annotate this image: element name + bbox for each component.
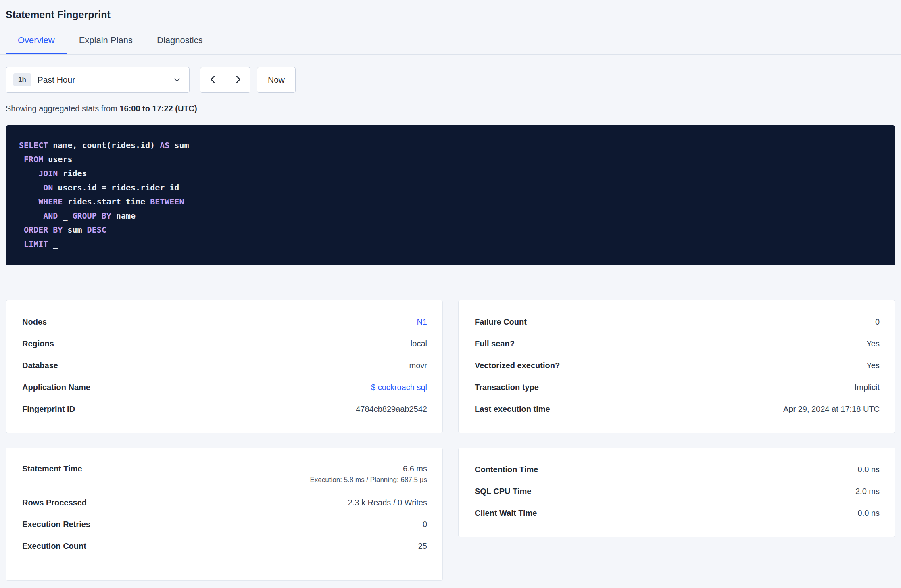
row-value: 25 xyxy=(418,542,427,551)
row-value-stack: $ cockroach sql xyxy=(371,383,427,392)
row-value-stack: N1 xyxy=(417,317,427,327)
row-value-stack: local xyxy=(411,339,427,348)
sql-line: ON users.id = rides.rider_id xyxy=(19,181,882,195)
sql-line: SELECT name, count(rides.id) AS sum xyxy=(19,138,882,152)
row-label: Execution Count xyxy=(22,542,86,551)
row-value: 4784cb829aab2542 xyxy=(356,405,427,414)
row-value-stack: 2.0 ms xyxy=(855,487,880,496)
row-label: Statement Time xyxy=(22,464,82,473)
statement-timing-card: Statement Time6.6 msExecution: 5.8 ms / … xyxy=(6,448,443,581)
card-row: Regionslocal xyxy=(22,333,427,354)
row-value: 0.0 ns xyxy=(858,509,880,518)
statement-fingerprint-page: Statement Fingerprint OverviewExplain Pl… xyxy=(0,9,901,581)
card-row: Full scan?Yes xyxy=(475,333,880,354)
page-title: Statement Fingerprint xyxy=(6,9,895,21)
row-value: local xyxy=(411,339,427,348)
row-label: Full scan? xyxy=(475,339,515,348)
execution-attributes-card: Failure Count0Full scan?YesVectorized ex… xyxy=(458,300,895,433)
time-range-badge: 1h xyxy=(13,73,31,86)
stats-cards-grid: NodesN1RegionslocalDatabasemovrApplicati… xyxy=(6,300,895,581)
card-row: Failure Count0 xyxy=(475,311,880,333)
row-value-stack: 2.3 k Reads / 0 Writes xyxy=(348,498,427,507)
row-label: Contention Time xyxy=(475,465,538,474)
row-value-stack: Implicit xyxy=(855,383,880,392)
time-controls: 1h Past Hour Now xyxy=(6,67,895,93)
next-range-button[interactable] xyxy=(225,67,250,93)
row-value: Implicit xyxy=(855,383,880,392)
row-label: Application Name xyxy=(22,383,90,392)
row-value-stack: Yes xyxy=(866,361,880,370)
tab-bar: OverviewExplain PlansDiagnostics xyxy=(0,29,901,55)
row-value-stack: 25 xyxy=(418,542,427,551)
card-row: Client Wait Time0.0 ns xyxy=(475,502,880,524)
row-label: Failure Count xyxy=(475,317,527,327)
aggregated-stats-note: Showing aggregated stats from 16:00 to 1… xyxy=(6,104,895,113)
sql-statement-box: SELECT name, count(rides.id) AS sum FROM… xyxy=(6,125,895,265)
row-value: Apr 29, 2024 at 17:18 UTC xyxy=(783,405,880,414)
row-label: Fingerprint ID xyxy=(22,405,75,414)
sql-line: WHERE rides.start_time BETWEEN _ xyxy=(19,195,882,209)
card-row: Rows Processed2.3 k Reads / 0 Writes xyxy=(22,492,427,513)
sql-line: LIMIT _ xyxy=(19,237,882,251)
card-row: Fingerprint ID4784cb829aab2542 xyxy=(22,398,427,420)
card-row: Execution Count25 xyxy=(22,535,427,557)
row-label: SQL CPU Time xyxy=(475,487,531,496)
card-row: Databasemovr xyxy=(22,354,427,376)
note-prefix: Showing aggregated stats from xyxy=(6,104,119,113)
row-label: Client Wait Time xyxy=(475,509,537,518)
sql-line: JOIN rides xyxy=(19,167,882,181)
card-row: Statement Time6.6 msExecution: 5.8 ms / … xyxy=(22,459,427,492)
time-range-select[interactable]: 1h Past Hour xyxy=(6,67,190,93)
row-label: Database xyxy=(22,361,58,370)
row-value-stack: 0.0 ns xyxy=(858,465,880,474)
sql-line: AND _ GROUP BY name xyxy=(19,209,882,223)
wait-timing-card: Contention Time0.0 nsSQL CPU Time2.0 msC… xyxy=(458,448,895,537)
row-value: 0 xyxy=(875,317,880,327)
statement-details-card: NodesN1RegionslocalDatabasemovrApplicati… xyxy=(6,300,443,433)
time-step-buttons xyxy=(200,67,250,93)
row-subvalue: Execution: 5.8 ms / Planning: 687.5 µs xyxy=(310,476,427,484)
row-value: movr xyxy=(409,361,427,370)
row-value: 2.3 k Reads / 0 Writes xyxy=(348,498,427,507)
row-value: 2.0 ms xyxy=(855,487,880,496)
row-value-stack: 6.6 msExecution: 5.8 ms / Planning: 687.… xyxy=(310,464,427,484)
row-label: Nodes xyxy=(22,317,47,327)
now-button[interactable]: Now xyxy=(257,67,296,93)
card-row: Vectorized execution?Yes xyxy=(475,354,880,376)
row-label: Rows Processed xyxy=(22,498,87,507)
prev-range-button[interactable] xyxy=(200,67,225,93)
row-value-stack: 0 xyxy=(875,317,880,327)
chevron-right-icon xyxy=(234,75,242,85)
card-row: Application Name$ cockroach sql xyxy=(22,376,427,398)
row-value-link[interactable]: $ cockroach sql xyxy=(371,383,427,392)
row-value-stack: 0.0 ns xyxy=(858,509,880,518)
row-value-stack: movr xyxy=(409,361,427,370)
row-label: Transaction type xyxy=(475,383,539,392)
tab-overview[interactable]: Overview xyxy=(6,29,67,54)
row-value-stack: 0 xyxy=(423,520,427,529)
row-value-stack: 4784cb829aab2542 xyxy=(356,405,427,414)
row-value-stack: Yes xyxy=(866,339,880,348)
chevron-down-icon xyxy=(173,76,181,84)
row-label: Vectorized execution? xyxy=(475,361,560,370)
card-row: Transaction typeImplicit xyxy=(475,376,880,398)
sql-line: FROM users xyxy=(19,152,882,167)
row-value: 0 xyxy=(423,520,427,529)
row-value: Yes xyxy=(866,361,880,370)
card-row: NodesN1 xyxy=(22,311,427,333)
row-label: Last execution time xyxy=(475,405,550,414)
row-value-link[interactable]: N1 xyxy=(417,317,427,327)
row-label: Execution Retries xyxy=(22,520,90,529)
note-time-range: 16:00 to 17:22 (UTC) xyxy=(119,104,197,113)
chevron-left-icon xyxy=(209,75,217,85)
row-value: Yes xyxy=(866,339,880,348)
time-range-label: Past Hour xyxy=(38,75,75,85)
card-row: SQL CPU Time2.0 ms xyxy=(475,480,880,502)
card-row: Contention Time0.0 ns xyxy=(475,459,880,480)
card-row: Execution Retries0 xyxy=(22,513,427,535)
tab-explain-plans[interactable]: Explain Plans xyxy=(67,29,145,54)
card-row: Last execution timeApr 29, 2024 at 17:18… xyxy=(475,398,880,420)
row-value: 6.6 ms xyxy=(403,464,427,473)
tab-diagnostics[interactable]: Diagnostics xyxy=(145,29,215,54)
row-value: 0.0 ns xyxy=(858,465,880,474)
